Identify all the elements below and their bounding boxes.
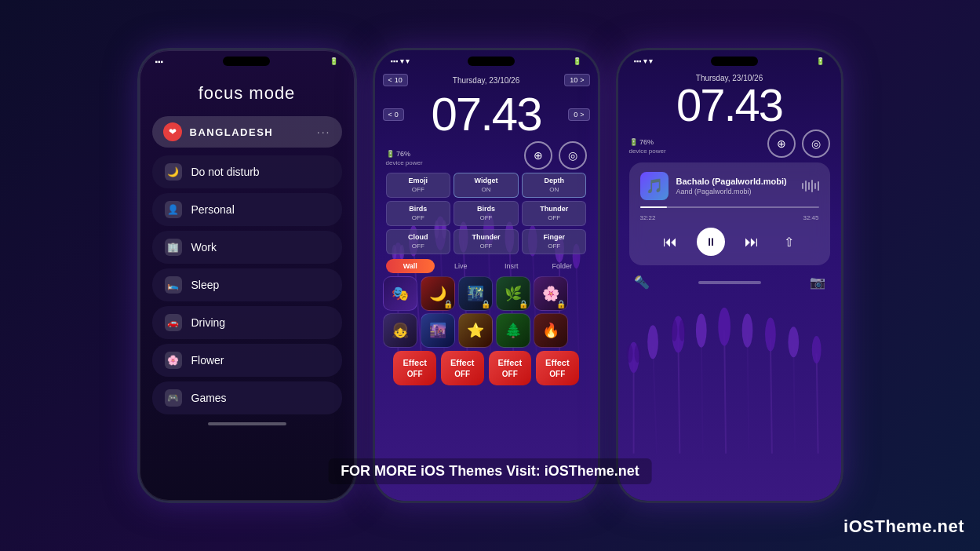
games-label: Games (191, 392, 227, 404)
thumb-9[interactable]: 🌲 (496, 313, 530, 348)
thumb-3[interactable]: 🌃 🔒 (458, 276, 493, 311)
nav-left-10[interactable]: <10 (383, 74, 408, 86)
music-note-icon: 🎵 (640, 172, 669, 200)
focus-menu-item-driving[interactable]: 🚗 Driving (152, 306, 342, 339)
thumb-6[interactable]: 👧 (383, 313, 417, 348)
svg-point-36 (741, 314, 752, 348)
thumb-10[interactable]: 🔥 (534, 313, 568, 348)
wave-bar-6 (818, 181, 819, 191)
focus-menu-item-games[interactable]: 🎮 Games (152, 381, 342, 414)
thumb-6-inner: 👧 (384, 314, 417, 347)
phone2-bg: ▪▪▪ ▾ ▾ 🔋 <10 Thursday, 23/10/26 10> <0 … (375, 50, 598, 501)
svg-line-30 (816, 354, 818, 454)
phone3-screen: ▪▪▪ ▾ ▾ 🔋 Thursday, 23/10/26 07.43 🔋 76%… (618, 50, 841, 501)
thumb-8-inner: ⭐ (459, 314, 492, 347)
home-indicator-3 (698, 281, 761, 284)
svg-point-32 (647, 326, 658, 359)
work-icon: 🏢 (165, 239, 182, 256)
circle-flashlight[interactable]: ⊕ (524, 141, 552, 170)
focus-menu-item-work[interactable]: 🏢 Work (152, 231, 342, 264)
focus-menu-item-personal[interactable]: 👤 Personal (152, 193, 342, 226)
battery-circles-row: 🔋 76% device power ⊕ ◎ (375, 141, 598, 170)
tab-bar-2: Wall Live Insrt Folder (375, 259, 598, 273)
phone2-lock-content: <10 Thursday, 23/10/26 10> <0 07.43 0> 🔋… (375, 69, 598, 385)
np-artist-name: Aand (Pagalworld.mobi) (676, 188, 802, 195)
svg-line-27 (747, 334, 749, 454)
home-indicator-1 (208, 422, 286, 425)
nav-right-0[interactable]: 0> (568, 108, 589, 121)
signal-2: ▪▪▪ ▾ ▾ (391, 57, 410, 65)
sleep-icon: 🛌 (165, 276, 182, 294)
thumb-5-lock: 🔒 (556, 300, 566, 308)
svg-line-24 (678, 338, 679, 454)
focus-more-dots[interactable]: ··· (317, 126, 331, 138)
watermark-center: FOR MORE iOS Themes Visit: iOSTheme.net (328, 458, 652, 484)
phone3-bg: ▪▪▪ ▾ ▾ 🔋 Thursday, 23/10/26 07.43 🔋 76%… (618, 50, 841, 501)
focus-menu-item-flower[interactable]: 🌸 Flower (152, 344, 342, 377)
svg-line-25 (701, 334, 702, 454)
phone3-lock-content: Thursday, 23/10/26 07.43 🔋 76% device po… (618, 69, 841, 294)
tab-folder[interactable]: Folder (537, 259, 587, 273)
svg-point-42 (671, 320, 677, 341)
np-current-time: 32:22 (640, 214, 656, 221)
effect-finger[interactable]: Finger OFF (522, 229, 587, 254)
phone3-circles: ⊕ ◎ (767, 130, 830, 158)
effect-emoji[interactable]: Emoji OFF (386, 173, 451, 198)
thumb-2[interactable]: 🌙 🔒 (421, 276, 455, 311)
focus-menu-item-sleep[interactable]: 🛌 Sleep (152, 268, 342, 301)
effect-cloud[interactable]: Cloud OFF (386, 229, 451, 254)
thumb-7[interactable]: 🌆 (421, 313, 455, 348)
thumb-1[interactable]: 🎭 (383, 276, 417, 311)
np-play-pause-button[interactable]: ⏸ (697, 228, 725, 256)
effect-thunder2[interactable]: Thunder OFF (454, 229, 519, 254)
effect-bottom-2[interactable]: Effect OFF (441, 351, 484, 385)
sleep-label: Sleep (191, 279, 220, 291)
phone-2: ▪▪▪ ▾ ▾ 🔋 <10 Thursday, 23/10/26 10> <0 … (373, 48, 600, 503)
thumb-5[interactable]: 🌸 🔒 (534, 276, 568, 311)
svg-point-41 (634, 345, 640, 363)
svg-point-35 (718, 308, 730, 346)
notch-3 (711, 57, 758, 66)
circle-3-flashlight[interactable]: ⊕ (767, 130, 796, 158)
effect-bottom-3[interactable]: Effect OFF (489, 351, 532, 385)
effect-widget[interactable]: Widget ON (454, 173, 519, 198)
svg-line-26 (724, 330, 726, 454)
thumb-4[interactable]: 🌿 🔒 (496, 276, 530, 311)
effect-bottom-4[interactable]: Effect OFF (536, 351, 579, 385)
focus-mode-screen: focus mode ❤ BANGLADESH ··· 🌙 Do not dis… (140, 69, 355, 433)
status-bar-2: ▪▪▪ ▾ ▾ 🔋 (375, 50, 598, 69)
circle-3-camera[interactable]: ◎ (802, 130, 830, 158)
nav-left-0[interactable]: <0 (383, 108, 404, 121)
np-meta: Bachalo (Pagalworld.mobi) Aand (Pagalwor… (676, 177, 802, 195)
effect-bottom-1[interactable]: Effect OFF (393, 351, 436, 385)
camera-icon[interactable]: 📷 (810, 275, 825, 290)
focus-menu-item-dnd[interactable]: 🌙 Do not disturb (152, 155, 342, 188)
effect-birds1[interactable]: Birds OFF (386, 201, 451, 226)
np-prev-button[interactable]: ⏮ (659, 231, 681, 253)
effect-thunder1[interactable]: Thunder OFF (522, 201, 587, 226)
tab-live[interactable]: Live (436, 259, 486, 273)
phone3-battery-info: 🔋 76% device power (629, 133, 666, 155)
effect-birds2[interactable]: Birds OFF (454, 201, 519, 226)
np-airplay-button[interactable]: ⇧ (778, 231, 800, 253)
dnd-icon: 🌙 (165, 163, 182, 181)
np-times: 32:22 32:45 (640, 214, 819, 221)
tab-wall[interactable]: Wall (386, 259, 435, 273)
lock-time-2: 07.43 (431, 91, 541, 138)
flashlight-icon[interactable]: 🔦 (634, 275, 650, 290)
circle-timer[interactable]: ◎ (559, 141, 587, 170)
lock-date-2: Thursday, 23/10/26 (453, 76, 519, 85)
effect-bottom-row: Effect OFF Effect OFF Effect OFF Effec (375, 351, 598, 385)
battery-info: 🔋 76% device power (386, 145, 423, 166)
np-next-button[interactable]: ⏭ (741, 231, 763, 253)
svg-point-40 (626, 345, 632, 363)
watermark-bottom-right: iOSTheme.net (843, 516, 964, 537)
effect-depth[interactable]: Depth ON (522, 173, 587, 198)
np-progress-bar[interactable] (640, 206, 819, 208)
focus-active-item[interactable]: ❤ BANGLADESH ··· (152, 116, 342, 148)
np-song-title: Bachalo (Pagalworld.mobi) (676, 177, 802, 186)
nav-right-10[interactable]: 10> (564, 74, 589, 86)
lock-time-3: 07.43 (676, 82, 782, 128)
tab-insrt[interactable]: Insrt (487, 259, 537, 273)
thumb-8[interactable]: ⭐ (458, 313, 493, 348)
